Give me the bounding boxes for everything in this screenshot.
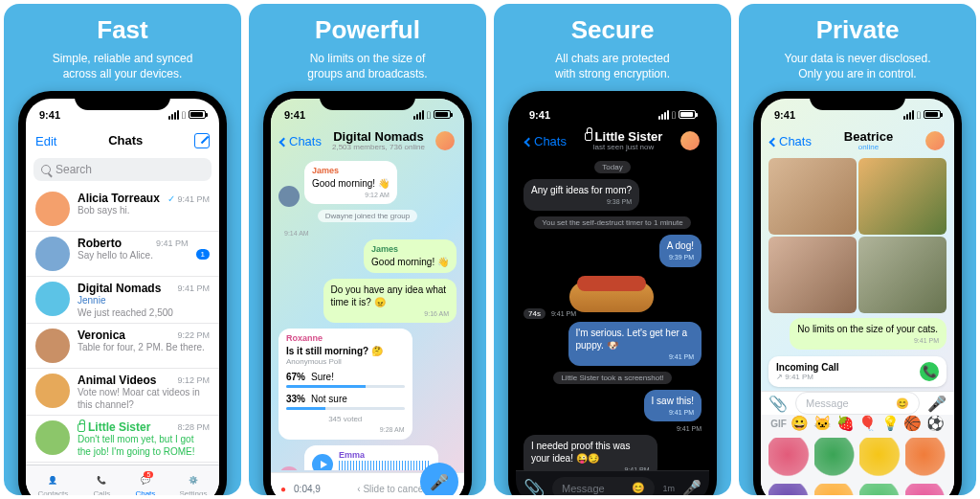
emoji-icon[interactable]: 😊: [896, 397, 909, 410]
phone-frame: 9:41 􀙇 Chats Digital Nomads2,503 members…: [263, 91, 472, 495]
chat-preview: Don't tell mom yet, but I got the job! I…: [78, 434, 210, 457]
back-button[interactable]: Chats: [525, 134, 567, 148]
incoming-call[interactable]: Incoming Call ↗ 9:41 PM 📞: [768, 356, 947, 387]
photo[interactable]: [768, 237, 857, 313]
sticker-hotdog[interactable]: [569, 274, 656, 305]
tab-bar: 👤Contacts📞Calls💬Chats5⚙️Settings: [26, 465, 219, 495]
sticker[interactable]: [768, 484, 811, 495]
contact-avatar[interactable]: [680, 131, 700, 150]
contact-avatar[interactable]: [925, 131, 945, 150]
emoji-icon[interactable]: 😊: [632, 482, 645, 494]
photo[interactable]: [768, 158, 857, 235]
message-in[interactable]: James Good morning! 👋 9:12 AM: [304, 161, 397, 204]
status-time: 9:41: [529, 109, 550, 121]
sticker[interactable]: [905, 438, 947, 480]
subheadline: Simple, reliable and synced across all y…: [53, 51, 193, 81]
attach-icon[interactable]: 📎: [768, 395, 788, 413]
compose-icon[interactable]: [194, 133, 210, 148]
phone-icon[interactable]: 📞: [920, 362, 939, 381]
panel-fast: Fast Simple, reliable and synced across …: [4, 4, 241, 495]
attach-icon[interactable]: 📎: [523, 478, 545, 495]
edit-button[interactable]: Edit: [35, 134, 56, 148]
emoji-category[interactable]: 🏀: [903, 415, 922, 432]
back-button[interactable]: Chats: [280, 134, 322, 148]
chat-row[interactable]: Animal Videos 9:12 PM Vote now! Moar cat…: [26, 369, 219, 416]
emoji-category[interactable]: 😀: [791, 415, 809, 432]
notch: [320, 91, 415, 110]
tab-chats[interactable]: 💬Chats5: [135, 473, 155, 495]
sticker[interactable]: [859, 484, 902, 495]
photo-grid[interactable]: [761, 156, 954, 315]
chevron-left-icon: [769, 137, 779, 147]
unread-badge: 1: [196, 249, 210, 260]
tab-settings[interactable]: ⚙️Settings: [179, 473, 207, 495]
system-message: Little Sister took a screenshot!: [553, 372, 671, 384]
message-out[interactable]: I'm serious. Let's get her a puppy. 🐶9:4…: [568, 322, 702, 366]
sticker[interactable]: [814, 438, 857, 480]
sticker[interactable]: [768, 438, 811, 480]
notch: [810, 91, 905, 110]
message-out[interactable]: Do you have any idea what time it is? 😠 …: [323, 279, 457, 323]
mic-icon[interactable]: 🎤: [927, 395, 947, 413]
chat-time: 8:28 PM: [177, 422, 210, 432]
play-icon[interactable]: [312, 454, 333, 470]
emoji-category[interactable]: 🎈: [858, 415, 877, 432]
chat-row[interactable]: Little Sister 8:28 PM Don't tell mom yet…: [26, 416, 219, 463]
chat-time: ✓ 9:41 PM: [167, 193, 210, 204]
tab-contacts[interactable]: 👤Contacts: [38, 473, 69, 495]
chat-row[interactable]: Veronica 9:22 PM Table for four, 2 PM. B…: [26, 324, 219, 369]
navbar-title[interactable]: Digital Nomads2,503 members, 736 online: [332, 130, 425, 152]
group-avatar[interactable]: [435, 131, 455, 150]
chat-row[interactable]: Alicia Torreaux ✓ 9:41 PM Bob says hi.: [26, 187, 219, 232]
photo[interactable]: [858, 158, 947, 235]
system-message: Dwayne joined the group: [318, 210, 418, 222]
headline: Fast: [97, 15, 147, 45]
message-area[interactable]: James Good morning! 👋 9:12 AM Dwayne joi…: [271, 156, 464, 470]
message-input[interactable]: Message 😊: [552, 477, 655, 495]
sticker[interactable]: [814, 484, 857, 495]
sticker[interactable]: [905, 484, 947, 495]
message-out[interactable]: James Good morning! 👋: [364, 239, 457, 273]
message-out[interactable]: A dog!9:39 PM: [659, 235, 702, 266]
message-in[interactable]: Any gift ideas for mom?9:38 PM: [523, 179, 639, 211]
emoji-category[interactable]: 🐱: [813, 415, 832, 432]
emoji-category[interactable]: ⚽: [926, 415, 945, 432]
back-button[interactable]: Chats: [770, 134, 812, 148]
voice-message[interactable]: Emma 9:40 AM: [304, 445, 438, 471]
mic-button[interactable]: 🎤: [420, 463, 458, 495]
chat-list[interactable]: Alicia Torreaux ✓ 9:41 PM Bob says hi. R…: [26, 187, 219, 495]
gear-icon: ⚙️: [184, 473, 203, 488]
navbar-title[interactable]: Little Sisterlast seen just now: [585, 130, 663, 152]
search-input[interactable]: Search: [33, 158, 212, 181]
photo[interactable]: [858, 237, 947, 313]
chat-preview: JennieWe just reached 2,500 members! WOO…: [78, 295, 210, 318]
message-out[interactable]: No limits on the size of your cats.9:41 …: [790, 318, 947, 350]
sticker-grid[interactable]: [761, 432, 954, 495]
sticker[interactable]: [859, 438, 902, 480]
gif-tab[interactable]: GIF: [770, 419, 787, 429]
message-out[interactable]: I saw this!9:41 PM: [644, 390, 702, 421]
poll-bubble[interactable]: Roxanne Is it still morning? 🤔 Anonymous…: [278, 329, 412, 440]
emoji-category[interactable]: 🍓: [836, 415, 855, 432]
chevron-left-icon: [279, 137, 289, 147]
mic-icon[interactable]: 🎤: [682, 479, 702, 495]
emoji-category-row[interactable]: GIF😀🐱🍓🎈💡🏀⚽: [761, 415, 954, 432]
message-area[interactable]: Today Any gift ideas for mom?9:38 PM You…: [516, 156, 709, 470]
chat-row[interactable]: Roberto 9:41 PM Say hello to Alice. 1: [26, 232, 219, 277]
chat-preview: Say hello to Alice.: [78, 250, 189, 262]
subheadline: All chats are protected with strong encr…: [555, 51, 670, 81]
emoji-category[interactable]: 💡: [881, 415, 900, 432]
chat-row[interactable]: Digital Nomads 9:41 PM JennieWe just rea…: [26, 277, 219, 324]
navbar-title[interactable]: Beatriceonline: [844, 130, 893, 152]
battery-icon: [189, 110, 206, 119]
avatar: [35, 329, 70, 363]
input-bar: 📎 Message😊 🎤: [761, 391, 954, 415]
subheadline: Your data is never disclosed. Only you a…: [785, 51, 931, 81]
message-in[interactable]: I needed proof this was your idea! 😜😏9:4…: [523, 435, 657, 471]
chat-preview: Bob says hi.: [78, 205, 210, 217]
screen-group: 9:41 􀙇 Chats Digital Nomads2,503 members…: [271, 99, 464, 495]
message-input[interactable]: Message😊: [795, 392, 920, 415]
record-time: 0:04,9: [294, 484, 321, 494]
timer-badge[interactable]: 1m: [662, 484, 675, 493]
tab-calls[interactable]: 📞Calls: [92, 473, 111, 495]
